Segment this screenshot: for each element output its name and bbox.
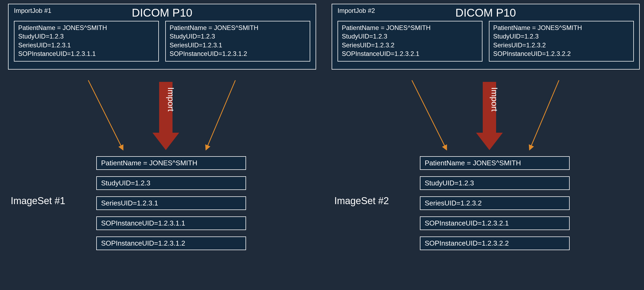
svg-line-6 — [206, 80, 235, 150]
result-box: SOPInstanceUID=1.2.3.2.2 — [420, 236, 570, 250]
result-box: SeriesUID=1.2.3.1 — [96, 196, 246, 210]
svg-line-7 — [412, 80, 447, 150]
result-box: SOPInstanceUID=1.2.3.1.1 — [96, 216, 246, 230]
result-box: SOPInstanceUID=1.2.3.1.2 — [96, 236, 246, 250]
result-box: StudyUID=1.2.3 — [96, 176, 246, 190]
imageset-1-results: PatientName = JONES^SMITH StudyUID=1.2.3… — [96, 156, 246, 250]
svg-line-5 — [88, 80, 123, 150]
result-box: PatientName = JONES^SMITH — [420, 156, 570, 170]
result-box: PatientName = JONES^SMITH — [96, 156, 246, 170]
imageset-2-label: ImageSet #2 — [334, 195, 389, 207]
result-box: StudyUID=1.2.3 — [420, 176, 570, 190]
imageset-1-label: ImageSet #1 — [11, 195, 65, 207]
imageset-2-results: PatientName = JONES^SMITH StudyUID=1.2.3… — [420, 156, 570, 250]
result-box: SOPInstanceUID=1.2.3.2.1 — [420, 216, 570, 230]
result-box: SeriesUID=1.2.3.2 — [420, 196, 570, 210]
svg-line-8 — [530, 80, 559, 150]
